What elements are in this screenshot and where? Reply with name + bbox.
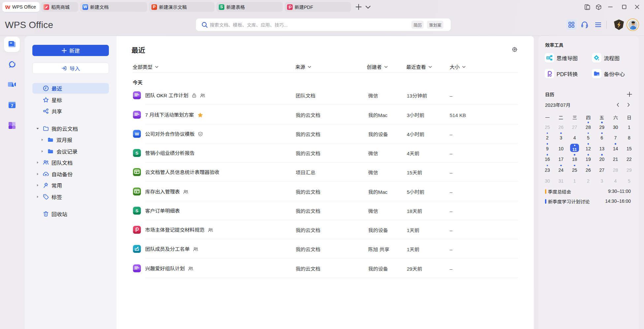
svg-text:7: 7: [11, 103, 13, 108]
svg-text:W: W: [5, 4, 11, 10]
